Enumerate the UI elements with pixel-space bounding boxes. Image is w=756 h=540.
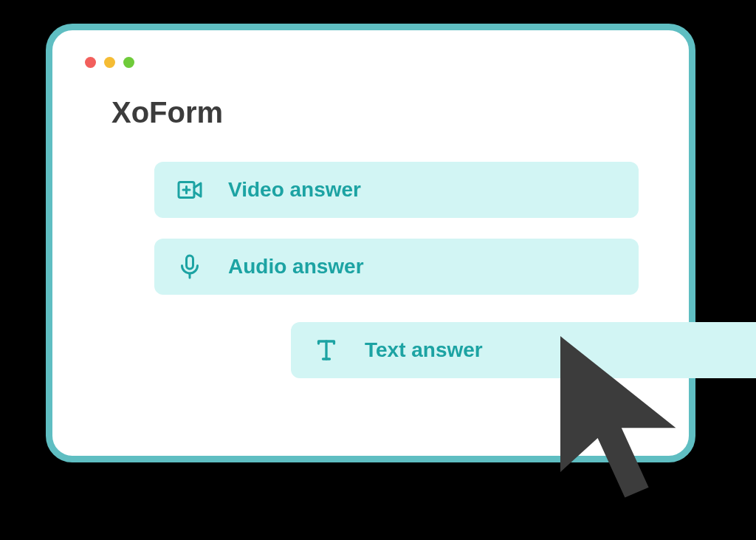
microphone-icon [175,252,205,281]
minimize-window-button[interactable] [104,57,115,68]
option-label: Audio answer [228,255,364,278]
option-text-answer[interactable]: Text answer [291,322,756,378]
option-label: Video answer [228,178,361,202]
window-controls [85,57,656,68]
app-title: XoForm [111,96,656,129]
option-audio-answer[interactable]: Audio answer [154,239,639,295]
close-window-button[interactable] [85,57,96,68]
option-label: Text answer [365,338,483,362]
maximize-window-button[interactable] [123,57,134,68]
video-add-icon [175,175,205,205]
text-icon [312,335,341,365]
svg-rect-3 [187,256,193,269]
option-video-answer[interactable]: Video answer [154,162,639,218]
app-window: XoForm Video answer Audio answer [46,24,695,462]
